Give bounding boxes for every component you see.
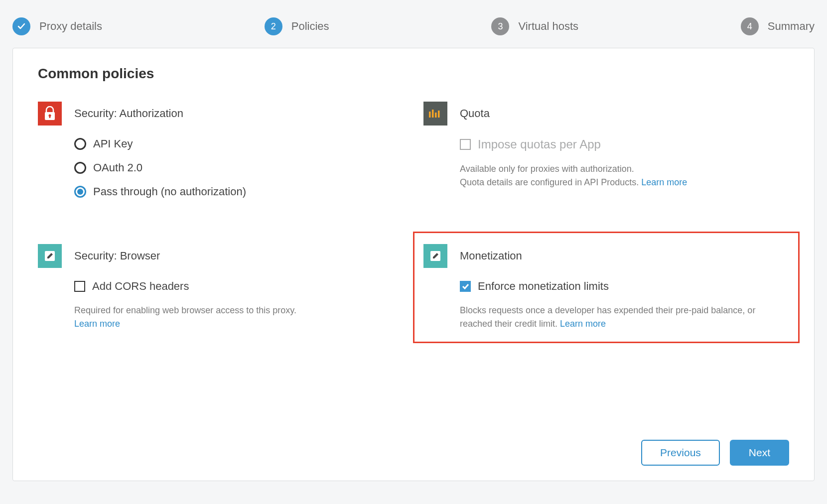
helper-text: Available only for proxies with authoriz… [460, 162, 789, 189]
svg-rect-4 [432, 110, 434, 118]
helper-line: Required for enabling web browser access… [74, 305, 296, 315]
step-proxy-details[interactable]: Proxy details [12, 17, 102, 35]
policy-monetization: Monetization Enforce monetization limits… [413, 232, 800, 343]
step-circle-pending: 3 [491, 17, 509, 35]
policies-grid: Security: Authorization API Key OAuth 2.… [38, 102, 789, 331]
policies-card: Common policies Security: Authorization … [12, 48, 815, 481]
policy-quota: Quota Impose quotas per App Available on… [423, 102, 789, 209]
footer: Previous Next [38, 425, 789, 466]
helper-text: Blocks requests once a developer has exp… [460, 304, 789, 331]
checkbox-icon [74, 281, 85, 292]
stepper: Proxy details 2 Policies 3 Virtual hosts… [12, 10, 815, 48]
step-circle-done [12, 17, 30, 35]
checkbox-label: Enforce monetization limits [478, 280, 609, 293]
page-title: Common policies [38, 66, 789, 82]
radio-icon [74, 162, 86, 174]
policy-title: Monetization [460, 244, 789, 268]
policy-security-browser: Security: Browser Add CORS headers Requi… [38, 244, 404, 331]
svg-rect-6 [438, 111, 440, 118]
step-circle-pending: 4 [741, 17, 759, 35]
pencil-icon [38, 244, 62, 268]
step-label: Summary [768, 20, 815, 33]
checkbox-impose-quotas: Impose quotas per App [460, 137, 789, 151]
policy-title: Quota [460, 102, 789, 126]
svg-rect-5 [435, 113, 437, 118]
learn-more-link[interactable]: Learn more [560, 319, 606, 329]
checkbox-label: Add CORS headers [92, 280, 189, 293]
step-circle-current: 2 [265, 17, 282, 35]
svg-rect-3 [429, 112, 431, 118]
helper-line: Available only for proxies with authoriz… [460, 164, 634, 174]
radio-icon [74, 138, 86, 150]
radio-oauth[interactable]: OAuth 2.0 [74, 161, 404, 174]
radio-label: OAuth 2.0 [93, 161, 142, 174]
step-label: Policies [291, 20, 329, 33]
step-label: Proxy details [39, 20, 102, 33]
radio-api-key[interactable]: API Key [74, 137, 404, 150]
learn-more-link[interactable]: Learn more [74, 319, 120, 329]
learn-more-link[interactable]: Learn more [641, 177, 687, 187]
radio-icon-selected [74, 186, 86, 198]
checkbox-add-cors[interactable]: Add CORS headers [74, 280, 404, 293]
checkbox-icon-disabled [460, 139, 471, 150]
helper-line: Blocks requests once a developer has exp… [460, 305, 755, 329]
policy-security-authorization: Security: Authorization API Key OAuth 2.… [38, 102, 404, 209]
checkbox-enforce-monetization[interactable]: Enforce monetization limits [460, 280, 789, 293]
checkbox-icon-checked [460, 281, 471, 292]
radio-pass-through[interactable]: Pass through (no authorization) [74, 185, 404, 198]
step-label: Virtual hosts [518, 20, 578, 33]
bars-icon [423, 102, 447, 126]
pencil-icon [423, 244, 447, 268]
radio-label: Pass through (no authorization) [93, 185, 246, 198]
policy-title: Security: Browser [74, 244, 404, 268]
next-button[interactable]: Next [730, 440, 789, 466]
svg-rect-2 [49, 116, 51, 118]
radio-label: API Key [93, 137, 133, 150]
lock-icon [38, 102, 62, 126]
policy-title: Security: Authorization [74, 102, 404, 126]
step-policies[interactable]: 2 Policies [265, 17, 329, 35]
step-summary[interactable]: 4 Summary [741, 17, 815, 35]
step-virtual-hosts[interactable]: 3 Virtual hosts [491, 17, 578, 35]
checkbox-label: Impose quotas per App [478, 137, 601, 151]
helper-line: Quota details are configured in API Prod… [460, 177, 641, 187]
previous-button[interactable]: Previous [641, 440, 720, 466]
helper-text: Required for enabling web browser access… [74, 304, 404, 331]
